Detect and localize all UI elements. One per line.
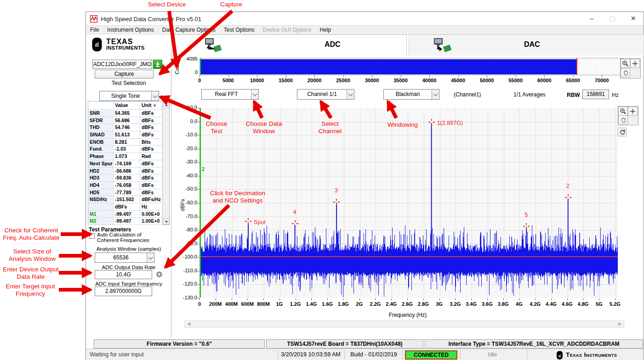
- fft-x-tick-label: 800M: [257, 301, 270, 307]
- fft-x-tick-label: 5G: [596, 301, 603, 307]
- fft-x-tick-label: 400M: [225, 301, 238, 307]
- peak-marker-spur[interactable]: [245, 218, 251, 225]
- peak-marker-1[interactable]: [428, 119, 435, 125]
- divider: [278, 350, 278, 360]
- stat-unit: 0.00E+0: [140, 211, 163, 218]
- fft-x-tickmark: [519, 298, 519, 300]
- codes-x-tick-label: 65000: [566, 78, 580, 83]
- cursor-tool-button[interactable]: [630, 59, 640, 68]
- stat-name: HD4: [88, 182, 114, 189]
- codes-red-cursor[interactable]: [576, 58, 577, 75]
- tab-adc[interactable]: ADC: [172, 34, 407, 56]
- svg-text:ti: ti: [95, 41, 99, 48]
- peak-marker-3[interactable]: [333, 199, 340, 205]
- chevron-down-icon[interactable]: [347, 90, 354, 99]
- codes-x-tick-label: 35000: [393, 78, 408, 83]
- crosshair-icon: [250, 221, 251, 222]
- chevron-down-icon[interactable]: [251, 90, 258, 99]
- menu-file[interactable]: File: [86, 26, 103, 34]
- crosshair-icon: [295, 225, 296, 227]
- crosshair-icon: [295, 220, 296, 222]
- codes-x-tickmark: [228, 75, 229, 77]
- ti-brand-text: Texas Instruments: [566, 351, 617, 358]
- codes-x-tick-label: 30000: [365, 78, 379, 83]
- stats-header-cell[interactable]: Unit ▼: [140, 101, 163, 109]
- minimize-button[interactable]: –: [581, 12, 602, 25]
- stat-value: -77.789: [114, 189, 140, 196]
- peak-marker-5[interactable]: [523, 223, 530, 230]
- chevron-down-icon[interactable]: [151, 91, 159, 101]
- scroll-right-icon[interactable]: >: [616, 321, 623, 328]
- scroll-up-icon[interactable]: [163, 101, 169, 108]
- crosshair-icon: [565, 197, 567, 198]
- fft-zoom-panel: [618, 106, 638, 125]
- fft-x-tick-label: 1G: [276, 301, 283, 307]
- tab-dac[interactable]: DAC: [409, 34, 644, 56]
- scroll-down-icon[interactable]: [163, 218, 169, 225]
- pan-tool-button[interactable]: [618, 115, 628, 124]
- magnifier-icon: [620, 108, 627, 115]
- cursor-tool-button[interactable]: [628, 107, 638, 116]
- test-selection-dropdown[interactable]: Single Tone: [99, 91, 159, 101]
- stats-row: M2-99.4971.00E+0: [88, 218, 163, 225]
- codes-x-tickmark: [429, 75, 430, 77]
- chevron-down-icon[interactable]: [147, 253, 154, 262]
- zoom-tool-button[interactable]: [618, 107, 628, 116]
- adc-input-freq-input[interactable]: 2.897000000G: [95, 287, 152, 296]
- fft-x-tick-label: 2.2G: [370, 301, 381, 307]
- codes-zoom-panel: [620, 58, 641, 79]
- menu-instrument-options[interactable]: Instrument Options: [103, 26, 158, 34]
- codes-x-tick-label: 0: [198, 78, 201, 83]
- dac-tab-icon: [433, 38, 453, 54]
- interface-type-box: Interface Type = TSW14J57RevE_16L_XCVR_A…: [425, 339, 643, 349]
- codes-x-tickmark: [372, 75, 372, 77]
- codes-x-tick-label: 60000: [537, 78, 552, 83]
- svg-text:ti: ti: [559, 354, 561, 358]
- channel-dropdown[interactable]: Channel 1/1: [297, 89, 354, 100]
- stat-name: ENOB: [88, 139, 114, 146]
- stats-row: THD54.746dBFs: [88, 124, 163, 131]
- menu-data-capture-options[interactable]: Data Capture Options: [158, 26, 220, 34]
- stats-scrollbar[interactable]: [162, 101, 169, 225]
- capture-button[interactable]: Capture: [95, 70, 154, 79]
- rbw-value-field[interactable]: 158691: [582, 90, 609, 99]
- codes-x-tick-label: 20000: [308, 78, 322, 83]
- window-dropdown[interactable]: Blackman: [383, 89, 439, 100]
- analysis-window-dropdown[interactable]: 65536: [95, 253, 154, 263]
- stat-value: 8.281: [114, 139, 140, 146]
- ti-logo-icon: ti: [91, 37, 103, 52]
- divider: [344, 350, 345, 360]
- adc-output-rate-input[interactable]: 10.4G: [95, 270, 152, 279]
- device-select-input[interactable]: ADC12DJxx00RF_JMO: [92, 60, 152, 69]
- crosshair-icon: [431, 119, 432, 121]
- menu-help[interactable]: Help: [316, 26, 336, 34]
- fft-x-tickmark: [583, 298, 583, 300]
- chevron-down-icon[interactable]: [432, 90, 439, 99]
- stat-value: -76.058: [114, 182, 140, 189]
- close-button[interactable]: ✕: [623, 12, 644, 25]
- menu-test-options[interactable]: Test Options: [220, 26, 259, 34]
- stat-name: NSD/Hz: [88, 196, 114, 203]
- fft-green-cursor[interactable]: [200, 108, 201, 298]
- crosshair-icon: [528, 226, 530, 227]
- maximize-button[interactable]: ▢: [602, 12, 623, 25]
- stats-header-row: ValueUnit ▼: [88, 101, 163, 110]
- zoom-tool-button[interactable]: [621, 59, 630, 68]
- fft-x-tick-label: 4.4G: [546, 301, 557, 307]
- stats-grid: ValueUnit ▼SNR54.365dBFsSFDR56.686dBFsTH…: [88, 101, 163, 225]
- stats-header-cell[interactable]: [88, 101, 114, 109]
- peak-marker-4[interactable]: [292, 220, 298, 227]
- peak-marker-2[interactable]: [565, 194, 571, 201]
- unit-filter-icon[interactable]: ▼: [151, 103, 156, 108]
- zoom-reset-button[interactable]: [618, 128, 627, 136]
- device-load-button[interactable]: [153, 60, 162, 69]
- marker-line[interactable]: [200, 256, 617, 257]
- gear-icon[interactable]: [155, 270, 164, 279]
- scroll-left-icon[interactable]: <: [186, 321, 193, 328]
- stats-header-cell[interactable]: Value: [114, 101, 140, 109]
- fft-type-dropdown[interactable]: Real FFT: [201, 89, 259, 100]
- fft-h-scrollbar[interactable]: < >: [184, 321, 624, 328]
- codes-plot[interactable]: [199, 58, 623, 75]
- pan-tool-button[interactable]: [621, 68, 630, 77]
- auto-calc-checkbox[interactable]: [89, 233, 95, 239]
